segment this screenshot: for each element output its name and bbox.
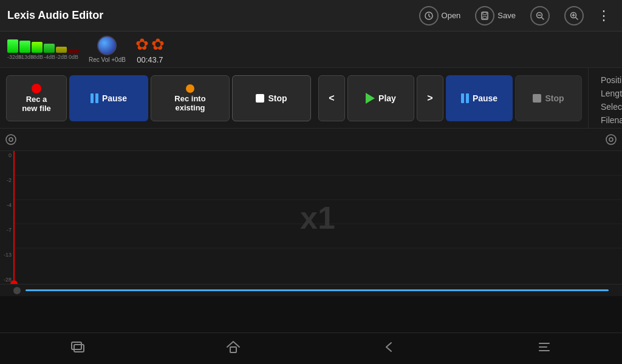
rec-existing-label: Rec into existing bbox=[174, 94, 205, 112]
waveform-view: 0 -2 -4 -7 -13 -28 x1 bbox=[0, 150, 622, 284]
pause2-button[interactable]: Pause bbox=[446, 75, 513, 121]
prev-label: < bbox=[329, 93, 334, 104]
meter-bar-1 bbox=[7, 39, 18, 53]
open-button[interactable]: Open bbox=[413, 4, 467, 28]
zoom-out-button[interactable] bbox=[524, 4, 556, 28]
play-icon bbox=[366, 93, 375, 104]
stop2-icon bbox=[533, 94, 541, 103]
level-meter: -32dB -13dB -8dB -4dB -2dB 0dB bbox=[7, 39, 79, 60]
bottom-nav-bar bbox=[0, 332, 622, 364]
volume-knob[interactable] bbox=[97, 36, 117, 55]
next-button[interactable]: > bbox=[417, 75, 443, 121]
playhead bbox=[13, 151, 15, 284]
rec-new-file-button[interactable]: Rec a new file bbox=[6, 75, 67, 121]
rec-existing-icon bbox=[186, 84, 194, 93]
right-pin-button[interactable] bbox=[600, 129, 622, 150]
pause-icon bbox=[91, 93, 98, 103]
controls-left: Rec a new file Pause Rec into existing S… bbox=[0, 68, 588, 128]
rec-existing-button[interactable]: Rec into existing bbox=[151, 75, 230, 121]
svg-point-11 bbox=[6, 135, 16, 144]
svg-rect-3 bbox=[483, 16, 487, 19]
meter-bar-5 bbox=[56, 47, 67, 53]
stop-icon bbox=[256, 94, 264, 103]
selection-label: Selection bbox=[601, 101, 622, 113]
rec-dot-icon bbox=[32, 84, 41, 93]
top-actions: Open Save bbox=[413, 4, 615, 28]
waveform-section: 0 -2 -4 -7 -13 -28 x1 bbox=[0, 129, 622, 332]
zoom-out-icon bbox=[530, 6, 550, 25]
scale-28: -28 bbox=[0, 277, 12, 283]
svg-rect-21 bbox=[230, 347, 236, 352]
prev-button[interactable]: < bbox=[318, 75, 345, 121]
svg-rect-19 bbox=[72, 342, 81, 349]
scale-0: 0 bbox=[0, 152, 12, 158]
meter-bar-3 bbox=[32, 42, 43, 53]
svg-line-5 bbox=[542, 17, 544, 19]
meter-bars bbox=[7, 39, 79, 53]
open-icon bbox=[419, 6, 439, 25]
menu-button[interactable] bbox=[524, 334, 565, 364]
meter-label-4: -4dB bbox=[44, 54, 55, 60]
left-pin-button[interactable] bbox=[0, 129, 22, 150]
meter-bar-6 bbox=[68, 49, 79, 53]
fan-area: ✿ ✿ 00:43.7 bbox=[135, 35, 165, 64]
meter-label-1: -32dB bbox=[7, 54, 18, 60]
fan-right-icon[interactable]: ✿ bbox=[151, 35, 165, 54]
meter-labels: -32dB -13dB -8dB -4dB -2dB 0dB bbox=[7, 54, 79, 60]
back-button[interactable] bbox=[368, 334, 409, 364]
fan-icons: ✿ ✿ bbox=[135, 35, 165, 54]
play-button[interactable]: Play bbox=[347, 75, 414, 121]
scale-7: -7 bbox=[0, 227, 12, 233]
controls-area: Rec a new file Pause Rec into existing S… bbox=[0, 68, 622, 129]
scrollbar-track[interactable] bbox=[26, 289, 609, 291]
waveform-canvas[interactable]: x1 bbox=[13, 151, 622, 284]
meter-label-3: -8dB bbox=[32, 54, 43, 60]
fan-left-icon[interactable]: ✿ bbox=[135, 35, 149, 54]
timeline-ruler bbox=[22, 129, 622, 150]
scale-13: -13 bbox=[0, 252, 12, 258]
top-bar: Lexis Audio Editor Open Save bbox=[0, 0, 622, 32]
vol-knob-area: Rec Vol +0dB bbox=[89, 36, 126, 63]
svg-rect-20 bbox=[74, 345, 84, 352]
play-label: Play bbox=[378, 93, 396, 103]
waveform-grid bbox=[13, 151, 622, 284]
scale-4: -4 bbox=[0, 202, 12, 208]
zoom-in-button[interactable] bbox=[558, 4, 590, 28]
timeline-bar bbox=[0, 129, 622, 150]
pause2-icon bbox=[461, 93, 469, 103]
recording-area: -32dB -13dB -8dB -4dB -2dB 0dB Rec Vol +… bbox=[0, 32, 622, 68]
scale-labels: 0 -2 -4 -7 -13 -28 bbox=[0, 151, 13, 284]
app-title: Lexis Audio Editor bbox=[7, 9, 413, 22]
meter-bar-4 bbox=[44, 44, 55, 53]
playhead-dot bbox=[10, 280, 18, 284]
stop2-button[interactable]: Stop bbox=[515, 75, 582, 121]
save-icon bbox=[475, 6, 494, 25]
info-panel: Position 00:00:43.7 Length Selection Fil… bbox=[588, 68, 622, 128]
pause2-label: Pause bbox=[473, 93, 497, 103]
recent-apps-button[interactable] bbox=[57, 334, 98, 364]
svg-point-13 bbox=[606, 135, 616, 144]
open-label: Open bbox=[442, 11, 461, 20]
rec-new-file-label: Rec a new file bbox=[22, 95, 51, 113]
scrollbar-area bbox=[0, 284, 622, 296]
meter-label-2: -13dB bbox=[19, 54, 30, 60]
length-label: Length bbox=[601, 87, 622, 99]
scrollbar-thumb bbox=[26, 289, 609, 291]
scroll-indicator bbox=[13, 287, 21, 294]
home-button[interactable] bbox=[213, 334, 254, 364]
pause-label: Pause bbox=[102, 93, 127, 103]
pause-button[interactable]: Pause bbox=[69, 75, 148, 121]
stop-active-button[interactable]: Stop bbox=[232, 75, 311, 121]
recording-time: 00:43.7 bbox=[137, 55, 163, 64]
svg-point-12 bbox=[9, 138, 13, 141]
svg-point-14 bbox=[609, 138, 613, 141]
scale-2: -2 bbox=[0, 177, 12, 183]
meter-bar-2 bbox=[19, 41, 30, 53]
more-button[interactable]: ⋮ bbox=[592, 5, 615, 26]
meter-label-5: -2dB bbox=[56, 54, 67, 60]
svg-line-8 bbox=[576, 17, 578, 19]
save-button[interactable]: Save bbox=[469, 4, 522, 28]
stop2-label: Stop bbox=[545, 93, 564, 103]
vol-label: Rec Vol +0dB bbox=[89, 56, 126, 63]
stop-active-label: Stop bbox=[268, 93, 287, 103]
